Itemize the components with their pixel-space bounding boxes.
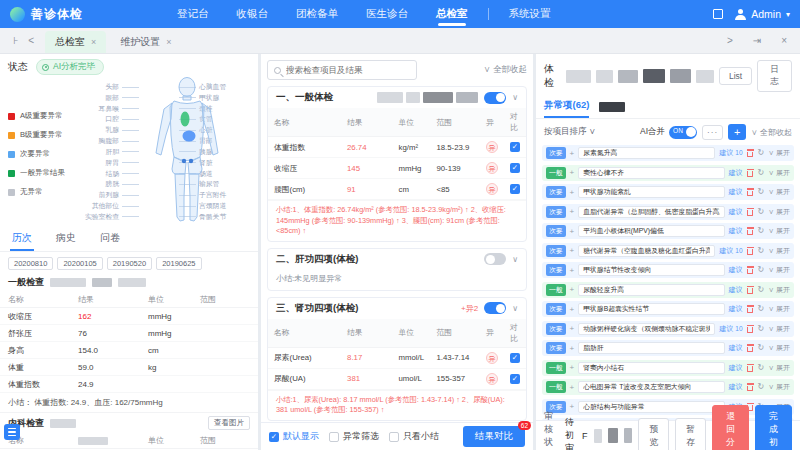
collapse-all-link[interactable]: ∨ 全部收起 — [484, 64, 527, 76]
refresh-icon[interactable]: ↻ — [758, 169, 765, 177]
date-chip[interactable]: 20200810 — [8, 257, 53, 270]
compare-results-button[interactable]: 结果对比62 — [463, 426, 525, 447]
abnormal-item-input[interactable] — [578, 186, 724, 198]
menu-item-group-check[interactable]: 团检备单 — [282, 0, 352, 28]
delete-icon[interactable] — [747, 344, 754, 352]
expand-link[interactable]: ∨ 展开 — [768, 304, 790, 314]
section-toggle[interactable] — [484, 92, 506, 104]
delete-icon[interactable] — [747, 403, 754, 411]
compare-checkbox[interactable]: ✓ — [510, 374, 520, 384]
abnormal-item-input[interactable] — [578, 381, 724, 393]
chevron-down-icon[interactable]: ∨ — [512, 255, 518, 264]
delete-icon[interactable] — [747, 227, 754, 235]
add-item-button[interactable]: + — [728, 124, 746, 140]
list-view-button[interactable]: List — [719, 67, 752, 85]
refresh-icon[interactable]: ↻ — [758, 227, 765, 235]
add-icon[interactable]: + — [570, 168, 575, 177]
expand-link[interactable]: ∨ 展开 — [768, 207, 790, 217]
delete-icon[interactable] — [747, 305, 754, 313]
arrow-right-icon[interactable]: > — [727, 35, 733, 46]
menu-item-doctor-station[interactable]: 医生诊台 — [352, 0, 422, 28]
advice-link[interactable]: 建议 — [729, 265, 743, 275]
return-analysis-button[interactable]: 退回分析 — [712, 405, 749, 450]
chevron-down-icon[interactable]: ∨ — [512, 304, 518, 313]
abnormal-item-input[interactable] — [578, 167, 724, 179]
date-chip[interactable]: 20190520 — [107, 257, 152, 270]
refresh-icon[interactable]: ↻ — [758, 149, 765, 157]
add-icon[interactable]: + — [570, 227, 575, 236]
more-options-button[interactable]: ··· — [702, 125, 723, 140]
body-part-label[interactable]: 实验室检查 — [64, 213, 142, 221]
add-icon[interactable]: + — [570, 324, 575, 333]
refresh-icon[interactable]: ↻ — [758, 383, 765, 391]
menu-item-settings[interactable]: 系统设置 — [495, 0, 565, 28]
body-part-label[interactable]: 其他部位 — [64, 202, 142, 210]
add-icon[interactable]: + — [570, 383, 575, 392]
section-toggle[interactable] — [484, 253, 506, 265]
add-icon[interactable]: + — [570, 363, 575, 372]
preview-button[interactable]: 预览 — [638, 418, 669, 450]
expand-link[interactable]: ∨ 展开 — [768, 285, 790, 295]
abnormal-item-input[interactable] — [578, 147, 715, 159]
expand-link[interactable]: ∨ 展开 — [768, 226, 790, 236]
abnormal-item-input[interactable] — [578, 206, 724, 218]
expand-link[interactable]: ∨ 展开 — [768, 148, 790, 158]
body-part-label[interactable]: 肝胆 — [64, 148, 142, 156]
collapse-all-link[interactable]: ∨ 全部收起 — [751, 127, 792, 138]
abnormal-item-input[interactable] — [578, 225, 724, 237]
view-image-button[interactable]: 查看图片 — [208, 416, 250, 430]
abnormal-item-input[interactable] — [578, 284, 724, 296]
tab-general-check[interactable]: 总检室× — [45, 31, 106, 53]
checkbox-abnormal-filter[interactable]: ✓异常筛选 — [329, 430, 379, 443]
tab-history[interactable]: 历次 — [10, 229, 34, 251]
refresh-icon[interactable]: ↻ — [758, 188, 765, 196]
body-part-label[interactable]: 结肠 — [64, 170, 142, 178]
expand-link[interactable]: ∨ 展开 — [768, 265, 790, 275]
log-button[interactable]: 日志 — [757, 60, 792, 92]
tab-maintenance[interactable]: 维护设置× — [110, 31, 181, 53]
refresh-icon[interactable]: ↻ — [758, 266, 765, 274]
section-toggle[interactable] — [484, 302, 506, 314]
advice-link[interactable]: 建议 — [729, 285, 743, 295]
body-part-label[interactable]: 胸腹部 — [64, 137, 142, 145]
add-icon[interactable]: + — [570, 188, 575, 197]
delete-icon[interactable] — [747, 266, 754, 274]
advice-link[interactable]: 建议 — [729, 187, 743, 197]
search-box[interactable] — [267, 60, 417, 80]
chevron-down-icon[interactable]: ∨ — [512, 93, 518, 102]
expand-right-icon[interactable]: ⇥ — [753, 35, 761, 46]
sort-dropdown[interactable]: 按项目排序 ∨ — [544, 126, 596, 138]
add-icon[interactable]: + — [570, 207, 575, 216]
close-icon[interactable]: × — [91, 37, 96, 47]
refresh-icon[interactable]: ↻ — [758, 247, 765, 255]
refresh-icon[interactable]: ↻ — [758, 325, 765, 333]
expand-link[interactable]: ∨ 展开 — [768, 187, 790, 197]
delete-icon[interactable] — [747, 383, 754, 391]
abnormal-item-input[interactable] — [578, 342, 724, 354]
checkbox-summary-only[interactable]: ✓只看小结 — [389, 430, 439, 443]
refresh-icon[interactable]: ↻ — [758, 286, 765, 294]
delete-icon[interactable] — [747, 188, 754, 196]
arrow-left-icon[interactable]: < — [28, 35, 34, 46]
tab-questionnaire[interactable]: 问卷 — [98, 229, 122, 251]
advice-link[interactable]: 建议 — [729, 382, 743, 392]
compare-checkbox[interactable]: ✓ — [510, 163, 520, 173]
refresh-icon[interactable]: ↻ — [758, 364, 765, 372]
ai-merge-toggle[interactable]: ON — [669, 126, 697, 139]
add-icon[interactable]: + — [570, 402, 575, 411]
advice-link[interactable]: 建议 10 — [719, 324, 742, 334]
expand-link[interactable]: ∨ 展开 — [768, 382, 790, 392]
abnormal-item-input[interactable] — [578, 323, 715, 335]
collapse-left-icon[interactable]: ⊦ — [13, 35, 18, 46]
advice-link[interactable]: 建议 10 — [719, 246, 742, 256]
advice-link[interactable]: 建议 — [729, 304, 743, 314]
float-menu-button[interactable] — [4, 424, 20, 440]
delete-icon[interactable] — [747, 208, 754, 216]
advice-link[interactable]: 建议 — [729, 226, 743, 236]
delete-icon[interactable] — [747, 325, 754, 333]
advice-link[interactable]: 建议 — [729, 207, 743, 217]
expand-link[interactable]: ∨ 展开 — [768, 246, 790, 256]
body-part-label[interactable]: 头部 — [64, 83, 142, 91]
refresh-icon[interactable]: ↻ — [758, 305, 765, 313]
delete-icon[interactable] — [747, 286, 754, 294]
